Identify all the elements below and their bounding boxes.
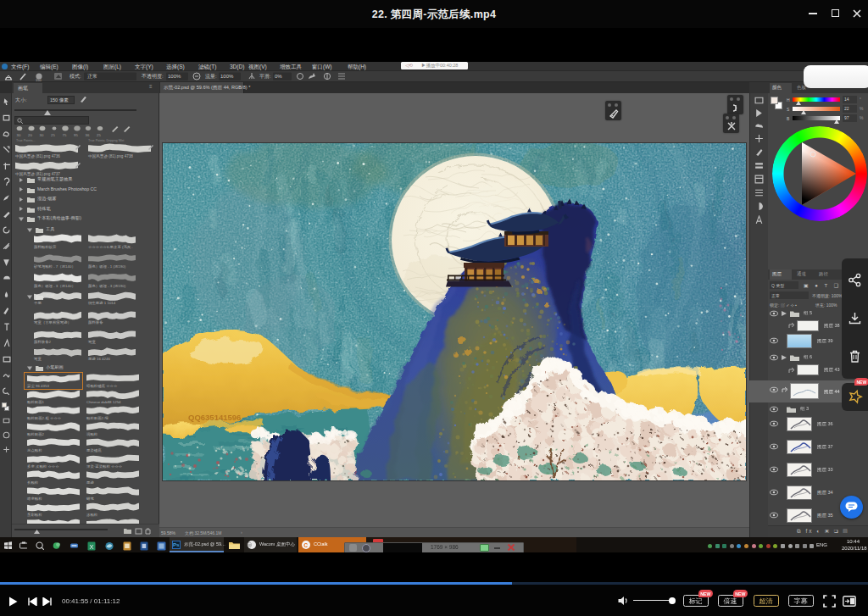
svg-text:不透明度:: 不透明度:: [142, 73, 164, 80]
svg-text:QQ635141596: QQ635141596: [188, 413, 241, 422]
svg-text:100%: 100%: [220, 74, 234, 79]
svg-text:X: X: [89, 542, 93, 550]
svg-text:0%: 0%: [275, 74, 282, 79]
svg-text:150: 150: [36, 78, 42, 82]
svg-text:模式:: 模式:: [70, 74, 81, 79]
svg-text:平滑:: 平滑:: [259, 73, 271, 79]
svg-text:100%: 100%: [168, 74, 181, 79]
svg-text:流量:: 流量:: [205, 73, 217, 80]
svg-text:正常: 正常: [87, 74, 97, 79]
